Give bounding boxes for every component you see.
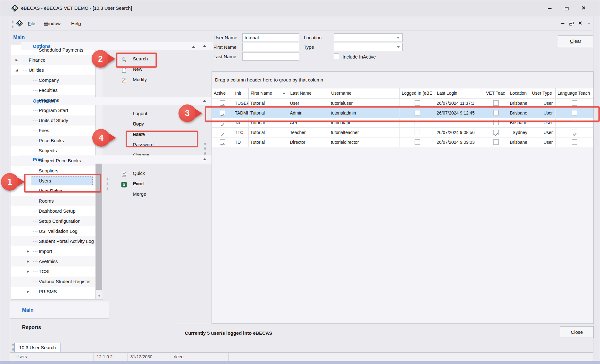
sidebar-item-student-portal-activity-log[interactable]: Student Portal Activity Log bbox=[11, 236, 103, 246]
app-logo-icon bbox=[11, 4, 19, 12]
sidebar-item-prisms[interactable]: ▶PRISMS bbox=[11, 287, 103, 297]
table-row[interactable]: TDTutorialDirectortutorialdirector26/07/… bbox=[212, 137, 593, 147]
cell-last_login: 26/07/2024 11:37:1 bbox=[435, 98, 484, 108]
window-maximize-button[interactable] bbox=[562, 3, 571, 13]
active-checkbox[interactable] bbox=[220, 130, 225, 135]
clear-button[interactable]: Clear bbox=[558, 35, 593, 47]
cell-first_name: Tutorial bbox=[249, 137, 288, 147]
cell-user_type: User bbox=[530, 108, 556, 118]
include-inactive-checkbox[interactable] bbox=[334, 53, 339, 59]
language_teacher-checkbox[interactable] bbox=[572, 110, 577, 115]
close-button[interactable]: Close bbox=[560, 326, 594, 338]
cell-user_type: User bbox=[530, 118, 556, 127]
vet_teacher-checkbox[interactable] bbox=[493, 139, 499, 145]
scroll-down-icon[interactable]: ▼ bbox=[96, 293, 103, 299]
search-panel-collapse-icon[interactable] bbox=[192, 46, 195, 48]
window-minimize-button[interactable] bbox=[545, 3, 554, 13]
nav-group-reports[interactable]: Reports bbox=[10, 318, 109, 336]
language_teacher-checkbox[interactable] bbox=[572, 139, 577, 145]
mdi-menu-dropdown-icon[interactable] bbox=[585, 19, 593, 27]
tab-user-search[interactable]: 10.3 User Search bbox=[14, 343, 60, 352]
table-row[interactable]: TUSERTutorialUsertutorialuser26/07/2024 … bbox=[212, 98, 593, 108]
active-checkbox[interactable] bbox=[220, 139, 225, 145]
collapse-up-icon[interactable] bbox=[203, 100, 206, 102]
logged_in-checkbox[interactable] bbox=[415, 130, 420, 135]
excel-icon: X bbox=[121, 181, 127, 186]
work-panel-splitter[interactable] bbox=[204, 143, 206, 155]
logged_in-checkbox[interactable] bbox=[415, 100, 420, 106]
tree-expanded-icon[interactable]: ◢ bbox=[14, 65, 19, 75]
cell-last_login: 26/07/2024 9:09:03 bbox=[435, 137, 484, 147]
cell-last_login bbox=[435, 118, 484, 127]
tree-collapsed-icon[interactable]: ▶ bbox=[26, 246, 30, 256]
column-header-first_name[interactable]: First Name bbox=[249, 88, 288, 98]
language_teacher-checkbox[interactable] bbox=[572, 100, 577, 106]
table-row[interactable]: TTCTutorialTeachertutorialteacher26/07/2… bbox=[212, 128, 593, 137]
sidebar-item-label: Utilities bbox=[23, 65, 44, 75]
last-name-input[interactable] bbox=[242, 52, 299, 61]
column-header-last_name[interactable]: Last Name bbox=[288, 88, 329, 98]
vet_teacher-checkbox[interactable] bbox=[493, 120, 499, 125]
sidebar-item-faculties[interactable]: Faculties bbox=[11, 85, 103, 95]
sidebar-item-usi-validation-log[interactable]: USI Validation Log bbox=[11, 226, 103, 236]
menu-item-help[interactable]: Help bbox=[69, 16, 83, 31]
sidebar-item-import[interactable]: ▶Import bbox=[11, 246, 103, 256]
nav-group-main[interactable]: Main bbox=[10, 301, 109, 318]
language_teacher-checkbox[interactable] bbox=[572, 120, 577, 125]
sidebar-item-subjects[interactable]: Subjects bbox=[11, 146, 103, 156]
column-header-init[interactable]: Init bbox=[233, 88, 249, 98]
language_teacher-checkbox[interactable] bbox=[572, 130, 577, 135]
sidebar-item-dashboard-setup[interactable]: Dashboard Setup bbox=[11, 206, 103, 216]
column-header-location[interactable]: Location bbox=[508, 88, 530, 98]
sidebar-item-text: Dashboard Setup bbox=[39, 208, 76, 214]
table-row-selected[interactable]: TADMITutorialAdmintutorialadmin26/07/202… bbox=[212, 108, 593, 118]
column-header-vet_teacher[interactable]: VET Teac bbox=[484, 88, 508, 98]
logged_in-checkbox[interactable] bbox=[415, 139, 420, 145]
tree-collapsed-icon[interactable]: ▶ bbox=[26, 256, 30, 266]
sidebar-item-rooms[interactable]: Rooms bbox=[11, 196, 103, 206]
column-header-language_teacher[interactable]: Language Teach bbox=[556, 88, 594, 98]
table-row[interactable]: TATutorialAPItutorialapiBrisbaneUser bbox=[212, 118, 593, 128]
menu-item-file[interactable]: File bbox=[26, 16, 37, 31]
column-header-last_login[interactable]: Last Login bbox=[435, 88, 484, 98]
mdi-minimize-button[interactable] bbox=[558, 19, 567, 27]
column-header-logged_in[interactable]: Logged In (eBE bbox=[400, 88, 435, 98]
collapse-up-icon[interactable] bbox=[203, 158, 206, 160]
grid-group-panel[interactable]: Drag a column header here to group by th… bbox=[212, 72, 593, 88]
tree-collapsed-icon[interactable]: ▶ bbox=[26, 287, 30, 297]
sidebar-item-victoria-student-register[interactable]: Victoria Student Register bbox=[11, 277, 103, 287]
menubar-drag-grip[interactable] bbox=[12, 20, 14, 28]
column-header-user_type[interactable]: User Type bbox=[530, 88, 556, 98]
sidebar-item-setup-configuration[interactable]: Setup Configuration bbox=[11, 216, 103, 226]
window-close-button[interactable]: ✕ bbox=[579, 3, 588, 13]
sidebar-item-avetmiss[interactable]: ▶Avetmiss bbox=[11, 256, 103, 266]
logged_in-checkbox[interactable] bbox=[415, 120, 420, 125]
mdi-restore-button[interactable] bbox=[567, 19, 575, 27]
sidebar-item-tcsi[interactable]: ▶TCSI bbox=[11, 266, 103, 277]
menu-item-window[interactable]: Window bbox=[42, 16, 62, 31]
type-dropdown[interactable] bbox=[334, 43, 403, 51]
collapse-up-icon[interactable] bbox=[203, 45, 206, 47]
location-dropdown[interactable] bbox=[334, 33, 403, 42]
vet_teacher-checkbox[interactable] bbox=[493, 100, 499, 106]
active-checkbox[interactable] bbox=[220, 120, 225, 125]
tabbar-drag-grip[interactable] bbox=[12, 344, 14, 351]
vet_teacher-checkbox[interactable] bbox=[493, 110, 499, 115]
first-name-input[interactable] bbox=[242, 43, 299, 51]
tree-collapsed-icon[interactable]: ▶ bbox=[14, 55, 19, 65]
cell-language_teacher bbox=[556, 98, 594, 108]
column-header-active[interactable]: Active bbox=[212, 88, 233, 98]
column-header-username[interactable]: Username bbox=[329, 88, 400, 98]
logged_in-checkbox[interactable] bbox=[415, 110, 420, 115]
sidebar-item-text: Victoria Student Register bbox=[39, 279, 91, 284]
user-name-input[interactable]: tutorial bbox=[242, 33, 299, 42]
sidebar-item-text: Suppliers bbox=[39, 168, 59, 173]
vet_teacher-checkbox[interactable] bbox=[493, 130, 499, 135]
sidebar-item-text: TCSI bbox=[39, 269, 49, 274]
cell-first_name: Tutorial bbox=[249, 98, 288, 108]
sidebar-item-label: Avetmiss bbox=[33, 256, 58, 266]
mdi-close-button[interactable]: ✕ bbox=[576, 19, 584, 27]
active-checkbox[interactable] bbox=[220, 100, 225, 106]
tree-collapsed-icon[interactable]: ▶ bbox=[26, 266, 30, 277]
active-checkbox[interactable] bbox=[220, 110, 225, 115]
